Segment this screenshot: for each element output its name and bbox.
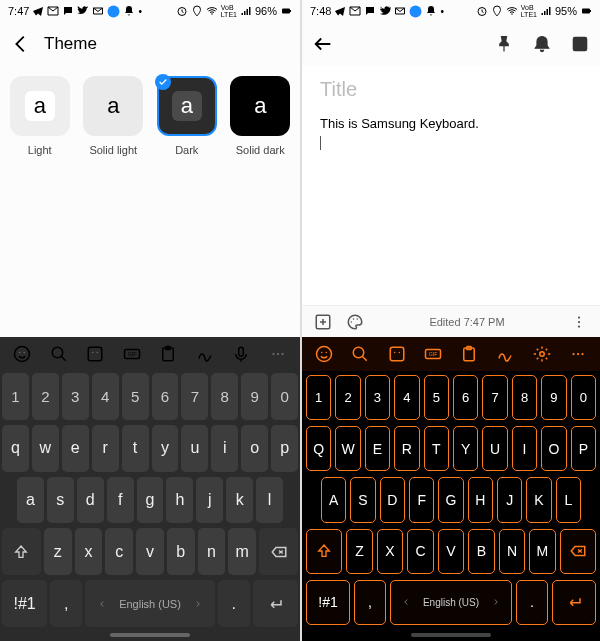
- key-backspace[interactable]: [560, 529, 596, 574]
- key-g[interactable]: g: [137, 477, 164, 524]
- key-m[interactable]: m: [228, 528, 256, 575]
- key-o[interactable]: O: [541, 426, 566, 471]
- reminder-icon[interactable]: [532, 34, 552, 54]
- gif-icon[interactable]: GIF: [424, 345, 442, 363]
- key-l[interactable]: l: [256, 477, 283, 524]
- key-j[interactable]: j: [196, 477, 223, 524]
- key-9[interactable]: 9: [241, 373, 268, 420]
- key-3[interactable]: 3: [62, 373, 89, 420]
- gesture-bar[interactable]: [0, 629, 300, 641]
- clipboard-icon[interactable]: [159, 345, 177, 363]
- key-q[interactable]: Q: [306, 426, 331, 471]
- key-x[interactable]: X: [377, 529, 403, 574]
- gif-icon[interactable]: GIF: [123, 345, 141, 363]
- key-comma[interactable]: ,: [50, 580, 82, 627]
- key-m[interactable]: M: [529, 529, 555, 574]
- key-symbols[interactable]: !#1: [2, 580, 47, 627]
- key-w[interactable]: w: [32, 425, 59, 472]
- key-v[interactable]: V: [438, 529, 464, 574]
- note-body[interactable]: Title This is Samsung Keyboard.: [302, 66, 600, 305]
- handwriting-icon[interactable]: [496, 345, 514, 363]
- key-z[interactable]: Z: [346, 529, 372, 574]
- search-icon[interactable]: [351, 345, 369, 363]
- key-period[interactable]: .: [516, 580, 548, 625]
- back-button[interactable]: [312, 33, 334, 55]
- key-space[interactable]: English (US): [390, 580, 512, 625]
- key-p[interactable]: p: [271, 425, 298, 472]
- gesture-bar[interactable]: [302, 629, 600, 641]
- key-q[interactable]: q: [2, 425, 29, 472]
- note-title-placeholder[interactable]: Title: [320, 78, 582, 101]
- handwriting-icon[interactable]: [196, 345, 214, 363]
- emoji-icon[interactable]: [315, 345, 333, 363]
- key-0[interactable]: 0: [571, 375, 596, 420]
- key-k[interactable]: K: [526, 477, 551, 522]
- key-backspace[interactable]: [259, 528, 298, 575]
- key-6[interactable]: 6: [453, 375, 478, 420]
- key-o[interactable]: o: [241, 425, 268, 472]
- key-t[interactable]: t: [122, 425, 149, 472]
- key-p[interactable]: P: [571, 426, 596, 471]
- key-1[interactable]: 1: [306, 375, 331, 420]
- key-y[interactable]: Y: [453, 426, 478, 471]
- key-5[interactable]: 5: [424, 375, 449, 420]
- key-g[interactable]: G: [438, 477, 463, 522]
- key-2[interactable]: 2: [335, 375, 360, 420]
- key-d[interactable]: d: [77, 477, 104, 524]
- key-b[interactable]: B: [468, 529, 494, 574]
- key-x[interactable]: x: [75, 528, 103, 575]
- key-7[interactable]: 7: [482, 375, 507, 420]
- key-y[interactable]: y: [152, 425, 179, 472]
- key-1[interactable]: 1: [2, 373, 29, 420]
- key-6[interactable]: 6: [152, 373, 179, 420]
- settings-icon[interactable]: [533, 345, 551, 363]
- key-9[interactable]: 9: [541, 375, 566, 420]
- key-comma[interactable]: ,: [354, 580, 386, 625]
- sticker-icon[interactable]: [86, 345, 104, 363]
- key-a[interactable]: a: [17, 477, 44, 524]
- pin-icon[interactable]: [494, 34, 514, 54]
- key-e[interactable]: e: [62, 425, 89, 472]
- key-f[interactable]: F: [409, 477, 434, 522]
- key-s[interactable]: s: [47, 477, 74, 524]
- key-i[interactable]: I: [512, 426, 537, 471]
- key-4[interactable]: 4: [394, 375, 419, 420]
- key-j[interactable]: J: [497, 477, 522, 522]
- key-5[interactable]: 5: [122, 373, 149, 420]
- key-v[interactable]: v: [136, 528, 164, 575]
- key-enter[interactable]: [253, 580, 298, 627]
- key-h[interactable]: h: [166, 477, 193, 524]
- theme-option-solid-light[interactable]: aSolid light: [80, 76, 146, 156]
- key-8[interactable]: 8: [211, 373, 238, 420]
- key-c[interactable]: C: [407, 529, 433, 574]
- key-d[interactable]: D: [380, 477, 405, 522]
- key-enter[interactable]: [552, 580, 596, 625]
- key-7[interactable]: 7: [181, 373, 208, 420]
- add-icon[interactable]: [314, 313, 332, 331]
- key-u[interactable]: U: [482, 426, 507, 471]
- key-w[interactable]: W: [335, 426, 360, 471]
- key-4[interactable]: 4: [92, 373, 119, 420]
- key-period[interactable]: .: [218, 580, 250, 627]
- mic-icon[interactable]: [232, 345, 250, 363]
- theme-option-dark[interactable]: aDark: [154, 76, 220, 156]
- key-symbols[interactable]: !#1: [306, 580, 350, 625]
- more-icon[interactable]: [269, 345, 287, 363]
- key-8[interactable]: 8: [512, 375, 537, 420]
- key-2[interactable]: 2: [32, 373, 59, 420]
- key-a[interactable]: A: [321, 477, 346, 522]
- note-text[interactable]: This is Samsung Keyboard.: [320, 115, 582, 151]
- clipboard-icon[interactable]: [460, 345, 478, 363]
- key-shift[interactable]: [2, 528, 41, 575]
- theme-option-light[interactable]: aLight: [7, 76, 73, 156]
- key-e[interactable]: E: [365, 426, 390, 471]
- more-icon[interactable]: [570, 313, 588, 331]
- key-n[interactable]: N: [499, 529, 525, 574]
- sticker-icon[interactable]: [388, 345, 406, 363]
- more-icon[interactable]: [569, 345, 587, 363]
- key-0[interactable]: 0: [271, 373, 298, 420]
- key-s[interactable]: S: [350, 477, 375, 522]
- key-k[interactable]: k: [226, 477, 253, 524]
- key-i[interactable]: i: [211, 425, 238, 472]
- key-r[interactable]: r: [92, 425, 119, 472]
